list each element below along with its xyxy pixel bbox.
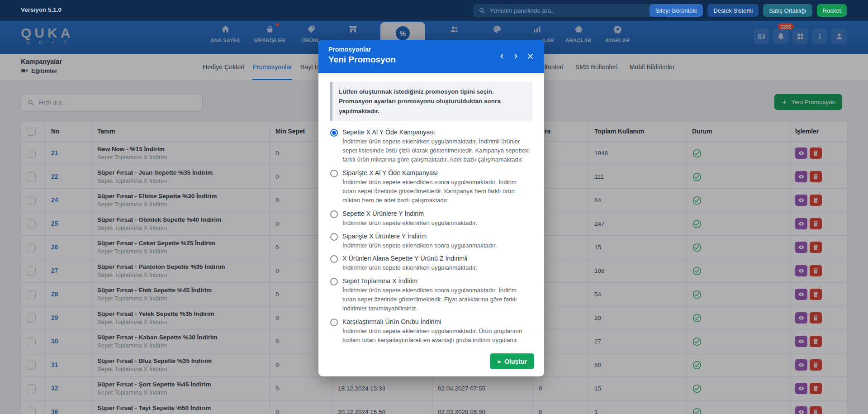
chevron-right-icon[interactable] xyxy=(512,53,519,60)
option-description: İndirimler ürün sepete eklendikten sonra… xyxy=(342,286,530,313)
promotion-type-option[interactable]: Siparişte X Ürünlere Y İndirim İndirimle… xyxy=(330,233,532,250)
topbar-button[interactable]: Satış Ortaklığı xyxy=(763,4,812,17)
search-icon xyxy=(479,7,485,14)
modal-breadcrumb: Promosyonlar xyxy=(328,46,534,53)
option-description: İndirimler ürün sepete eklendikten sonra… xyxy=(342,178,530,205)
option-description: İndirimler ürün sepete eklenirken uygula… xyxy=(342,137,530,164)
promotion-type-option[interactable]: Siparişte X Al Y Öde Kampanyası İndiriml… xyxy=(330,169,532,205)
promotion-type-option[interactable]: Karşılaştırmalı Ürün Grubu İndirimi İndi… xyxy=(330,318,532,345)
option-title: Sepette X Al Y Öde Kampanyası xyxy=(342,128,532,136)
modal-header: Promosyonlar Yeni Promosyon xyxy=(318,40,544,73)
promotion-type-option[interactable]: Sepette X Ürünlere Y İndirim İndirimler … xyxy=(330,210,532,228)
close-icon[interactable] xyxy=(526,52,534,60)
radio-button[interactable] xyxy=(330,129,338,137)
option-title: Karşılaştırmalı Ürün Grubu İndirimi xyxy=(342,318,532,325)
admin-search[interactable] xyxy=(473,4,666,17)
promotion-type-option[interactable]: Sepet Toplamına X İndirim İndirimler ürü… xyxy=(330,277,532,313)
radio-button[interactable] xyxy=(330,319,338,326)
modal-footer: » Oluştur xyxy=(490,353,534,369)
admin-page: Versiyon 5.1.0 Siteyi GörüntüleDestek Si… xyxy=(0,0,868,414)
option-title: X Ürünleri Alana Sepette Y Ürünü Z İndir… xyxy=(342,255,532,262)
option-description: İndirimler ürün sepete eklenirken uygula… xyxy=(342,263,530,272)
version-label: Versiyon 5.1.0 xyxy=(21,6,62,13)
info-message: Lütfen oluşturmak istediğiniz promosyon … xyxy=(330,82,532,121)
topbar: Versiyon 5.1.0 Siteyi GörüntüleDestek Si… xyxy=(0,0,868,21)
new-promotion-modal: Promosyonlar Yeni Promosyon Lütfen oluşt… xyxy=(318,40,544,376)
radio-button[interactable] xyxy=(330,278,338,286)
create-button[interactable]: » Oluştur xyxy=(490,353,534,369)
topbar-buttons: Siteyi GörüntüleDestek SistemiSatış Orta… xyxy=(650,4,847,17)
radio-button[interactable] xyxy=(330,233,338,241)
modal-header-actions xyxy=(498,52,534,60)
option-title: Siparişte X Al Y Öde Kampanyası xyxy=(342,169,532,176)
option-title: Sepet Toplamına X İndirim xyxy=(342,277,532,285)
promotion-type-options: Sepette X Al Y Öde Kampanyası İndirimler… xyxy=(330,128,532,345)
admin-search-input[interactable] xyxy=(490,7,660,14)
option-description: İndirimler ürün sepete eklenirken uygula… xyxy=(342,327,530,345)
promotion-type-option[interactable]: Sepette X Al Y Öde Kampanyası İndirimler… xyxy=(330,128,532,164)
radio-button[interactable] xyxy=(330,210,338,218)
create-label: Oluştur xyxy=(504,358,527,365)
topbar-button[interactable]: Siteyi Görüntüle xyxy=(650,4,703,17)
topbar-button[interactable]: Destek Sistemi xyxy=(707,4,759,17)
modal-body: Lütfen oluşturmak istediğiniz promosyon … xyxy=(318,73,544,345)
promotion-type-option[interactable]: X Ürünleri Alana Sepette Y Ürünü Z İndir… xyxy=(330,255,532,272)
option-description: İndirimler ürün sepete eklendikten sonra… xyxy=(342,241,530,250)
topbar-button[interactable]: Rocket xyxy=(817,4,847,17)
radio-button[interactable] xyxy=(330,255,338,263)
option-description: İndirimler ürün sepete eklenirken uygula… xyxy=(342,219,530,228)
option-title: Sepette X Ürünlere Y İndirim xyxy=(342,210,532,217)
double-chevron-icon: » xyxy=(497,357,500,365)
option-title: Siparişte X Ürünlere Y İndirim xyxy=(342,233,532,240)
radio-button[interactable] xyxy=(330,170,338,177)
chevron-left-icon[interactable] xyxy=(498,53,505,60)
